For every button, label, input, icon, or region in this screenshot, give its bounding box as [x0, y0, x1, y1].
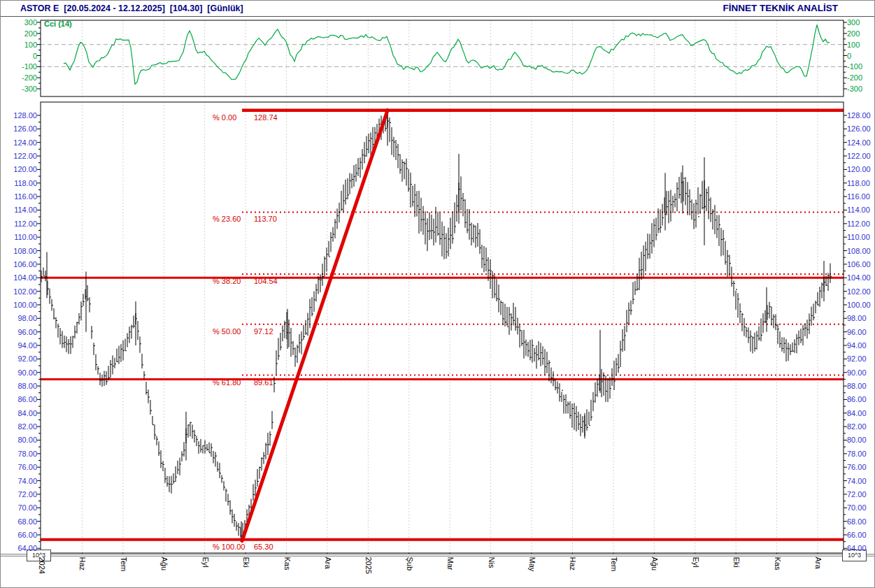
xtick-month-label: 2024: [37, 557, 46, 587]
price-ytick-left: 128.00: [6, 111, 37, 120]
xtick-month-label: Mar: [446, 557, 455, 587]
cci-ytick-right: -200: [847, 73, 875, 82]
price-ytick-left: 112.00: [6, 220, 37, 228]
price-ytick-right: 70.00: [847, 503, 875, 512]
price-ytick-left: 102.00: [6, 287, 37, 296]
cci-ytick-left: 200: [6, 29, 37, 38]
xtick-month-label: Ara: [322, 557, 332, 587]
xtick-month-label: Eyl: [200, 557, 209, 587]
cci-ytick-right: -100: [847, 62, 875, 71]
price-ytick-left: 118.00: [6, 179, 37, 187]
price-ytick-right: 126.00: [847, 124, 875, 133]
fib-pct-label: % 61.80: [213, 378, 241, 387]
price-ytick-left: 114.00: [6, 206, 37, 214]
price-ytick-left: 88.00: [6, 382, 37, 390]
price-ytick-right: 76.00: [847, 463, 875, 471]
app-title: FİNNET TEKNİK ANALİST: [723, 3, 839, 13]
price-ytick-left: 92.00: [6, 354, 37, 363]
price-ytick-right: 92.00: [847, 354, 875, 363]
price-ytick-right: 106.00: [847, 260, 875, 268]
cci-ytick-left: -200: [6, 73, 37, 82]
cci-ytick-right: 300: [847, 18, 875, 27]
xtick-month-label: May: [527, 557, 536, 587]
price-ytick-right: 128.00: [847, 111, 875, 120]
price-ytick-right: 94.00: [847, 341, 875, 350]
price-ytick-right: 108.00: [847, 247, 875, 255]
price-ytick-left: 74.00: [6, 477, 37, 485]
price-ytick-right: 78.00: [847, 450, 875, 458]
chart-title: ASTOR E [20.05.2024 - 12.12.2025] [104.3…: [20, 3, 243, 13]
price-ytick-left: 104.00: [6, 273, 37, 282]
fib-value-label: 89.61: [254, 378, 273, 387]
price-ytick-right: 110.00: [847, 233, 875, 241]
price-ytick-right: 120.00: [847, 165, 875, 173]
price-ytick-right: 80.00: [847, 436, 875, 444]
fib-pct-label: % 23.60: [213, 215, 241, 223]
price-ytick-right: 82.00: [847, 422, 875, 431]
price-ytick-left: 124.00: [6, 138, 37, 147]
price-ytick-right: 122.00: [847, 152, 875, 160]
price-ytick-left: 68.00: [6, 517, 37, 526]
price-ytick-left: 100.00: [6, 301, 37, 309]
cci-ytick-left: 0: [6, 52, 37, 60]
xtick-month-label: Tem: [118, 557, 127, 587]
price-ytick-left: 94.00: [6, 341, 37, 350]
price-ytick-right: 68.00: [847, 517, 875, 526]
fib-pct-label: % 38.20: [213, 277, 241, 285]
cci-ytick-right: 0: [847, 52, 875, 60]
price-ytick-left: 110.00: [6, 233, 37, 241]
price-ytick-left: 90.00: [6, 368, 37, 377]
fib-value-label: 128.74: [254, 113, 278, 122]
cci-ytick-left: 300: [6, 18, 37, 27]
price-ytick-right: 98.00: [847, 314, 875, 322]
cci-ytick-right: 200: [847, 29, 875, 38]
xtick-month-label: Eki: [732, 557, 741, 587]
fib-pct-label: % 100.00: [213, 543, 245, 551]
price-ytick-left: 108.00: [6, 247, 37, 255]
xtick-month-label: Haz: [78, 557, 87, 587]
price-ytick-left: 106.00: [6, 260, 37, 268]
price-ytick-left: 84.00: [6, 409, 37, 417]
price-ytick-right: 114.00: [847, 206, 875, 214]
price-ytick-right: 112.00: [847, 220, 875, 228]
price-ytick-right: 66.00: [847, 531, 875, 539]
price-ytick-right: 116.00: [847, 192, 875, 201]
fib-pct-label: % 0.00: [213, 113, 236, 122]
xtick-month-label: Şub: [404, 557, 413, 587]
price-ytick-left: 116.00: [6, 192, 37, 201]
price-ytick-left: 98.00: [6, 314, 37, 322]
cci-ytick-left: 100: [6, 41, 37, 49]
price-ytick-right: 104.00: [847, 273, 875, 282]
title-divider: [1, 16, 875, 17]
cci-ytick-left: -100: [6, 62, 37, 71]
price-ytick-left: 96.00: [6, 328, 37, 336]
xtick-month-label: Nis: [486, 557, 495, 587]
xtick-month-label: Kas: [282, 557, 291, 587]
price-ytick-right: 72.00: [847, 490, 875, 499]
xtick-month-label: Ara: [813, 557, 823, 587]
cci-ytick-left: -300: [6, 85, 37, 93]
xtick-month-label: Haz: [568, 557, 577, 587]
cci-ytick-right: 100: [847, 41, 875, 49]
xtick-month-label: Ağu: [159, 557, 169, 587]
price-ytick-right: 88.00: [847, 382, 875, 390]
price-ytick-left: 86.00: [6, 395, 37, 403]
fib-pct-label: % 50.00: [213, 327, 241, 336]
price-ytick-left: 126.00: [6, 124, 37, 133]
price-ytick-right: 96.00: [847, 328, 875, 336]
fib-value-label: 97.12: [254, 327, 273, 336]
price-ytick-left: 80.00: [6, 436, 37, 444]
price-ytick-left: 78.00: [6, 450, 37, 458]
xtick-month-label: Ağu: [650, 557, 659, 587]
cci-ytick-right: -300: [847, 85, 875, 93]
chart-canvas: [1, 1, 875, 588]
price-ytick-right: 84.00: [847, 409, 875, 417]
technical-analysis-chart-window: ASTOR E [20.05.2024 - 12.12.2025] [104.3…: [0, 0, 875, 588]
fib-value-label: 65.30: [254, 543, 273, 551]
fib-value-label: 113.70: [254, 215, 277, 223]
price-ytick-right: 64.00: [847, 544, 875, 552]
xtick-month-label: Kas: [772, 557, 781, 587]
xtick-month-label: Eki: [241, 557, 250, 587]
price-ytick-left: 122.00: [6, 152, 37, 160]
price-ytick-left: 66.00: [6, 531, 37, 539]
